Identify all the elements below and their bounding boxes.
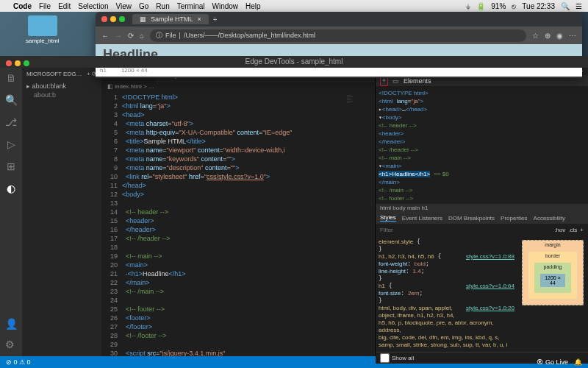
scm-icon[interactable]: ⎇ — [5, 116, 17, 128]
nav-fwd-icon[interactable]: → — [115, 32, 122, 40]
spotlight-icon[interactable]: 🔍 — [561, 2, 570, 10]
show-all-label: Show all — [392, 355, 414, 361]
win-close-icon[interactable] — [6, 60, 12, 66]
macos-menubar: Code File Edit Selection View Go Run Ter… — [0, 0, 588, 12]
tree-item[interactable]: about:b — [26, 91, 97, 99]
traffic-min-icon[interactable] — [110, 16, 116, 22]
extensions-icon[interactable]: ⊞ — [7, 160, 15, 172]
win-max-icon[interactable] — [24, 60, 29, 66]
devtools-tab-elements[interactable]: Elements — [404, 77, 431, 85]
styles-rules[interactable]: element.style {}style.css?v=1.0:88h1, h2… — [376, 236, 517, 352]
vscode-titlebar: Edge DevTools - sample_html — [0, 56, 588, 68]
desktop: sample_html ▦ Sample HTML × + ← → ⟳ ⌂ ⓘ … — [0, 12, 588, 56]
menu-icon[interactable]: ⋯ — [569, 32, 576, 40]
menu-window[interactable]: Window — [212, 2, 239, 10]
browser-tab[interactable]: ▦ Sample HTML × — [132, 14, 209, 24]
accessibility-tab[interactable]: Accessibility — [534, 215, 566, 222]
activity-bar: 🗎 🔍 ⎇ ▷ ⊞ ◐ 👤 ⚙ — [0, 68, 22, 356]
minimap[interactable]: ▬▬▬▬▬▬▬▬▬▬▬▬▬▬▬▬▬▬ — [345, 93, 375, 356]
show-all-checkbox[interactable] — [380, 353, 390, 363]
styles-tab[interactable]: Styles — [380, 214, 396, 222]
menu-help[interactable]: Help — [245, 2, 261, 10]
desktop-folder[interactable]: sample_html — [26, 15, 59, 44]
address-bar[interactable]: ⓘ File | /Users/——/Desktop/sample_html/i… — [150, 29, 526, 42]
url-scheme: File — [165, 32, 176, 39]
favorites-icon[interactable]: ☆ — [532, 32, 539, 40]
device-toolbar-icon[interactable]: ▭ — [392, 77, 399, 85]
new-tab-icon[interactable]: + — [213, 15, 218, 24]
notifications-icon[interactable]: 🔔 — [574, 358, 582, 366]
elements-breadcrumb[interactable]: html body main h1 — [376, 204, 588, 212]
menu-edit[interactable]: Edit — [58, 2, 71, 10]
explorer-icon[interactable]: 🗎 — [6, 72, 16, 84]
overlay-dims: 1200 × 44 — [121, 67, 148, 76]
gear-icon[interactable]: ⚙ — [5, 339, 18, 350]
browser-toolbar: ← → ⟳ ⌂ ⓘ File | /Users/——/Desktop/sampl… — [96, 26, 582, 44]
overlay-tag: h1 — [100, 67, 107, 76]
sidebar-tree: ▸ about:blank about:b — [22, 80, 101, 101]
controlcenter-icon[interactable]: ☰ — [576, 2, 582, 10]
window-title: Edge DevTools - sample_html — [245, 57, 343, 66]
nav-home-icon[interactable]: ⌂ — [140, 32, 144, 40]
box-content: 1200 × 44 — [540, 274, 565, 287]
box-model[interactable]: margin border padding 1200 × 44 — [517, 236, 588, 352]
browser-window: ▦ Sample HTML × + ← → ⟳ ⌂ ⓘ File | /User… — [96, 12, 582, 78]
styles-filter-input[interactable] — [380, 227, 551, 233]
battery-pct: 91% — [491, 2, 506, 10]
profile-icon[interactable]: ◉ — [556, 32, 563, 40]
folder-label: sample_html — [26, 38, 59, 44]
golive-button[interactable]: ⦿ Go Live — [537, 358, 568, 366]
status-problems[interactable]: ⊘ 0 ⚠ 0 — [6, 358, 31, 366]
inspect-overlay: h1 1200 × 44 — [96, 66, 582, 77]
menu-view[interactable]: View — [116, 2, 132, 10]
tab-favicon-icon: ▦ — [140, 15, 146, 23]
bluetooth-icon[interactable]: ⎋ — [512, 2, 516, 10]
hov-toggle[interactable]: :hov — [554, 227, 565, 233]
sidebar-title: MICROSOFT EDG… — [26, 71, 82, 77]
tab-close-icon[interactable]: × — [198, 15, 201, 23]
debug-icon[interactable]: ▷ — [7, 138, 15, 150]
browser-tabbar: ▦ Sample HTML × + — [96, 12, 582, 26]
menu-selection[interactable]: Selection — [78, 2, 108, 10]
nav-back-icon[interactable]: ← — [101, 32, 109, 40]
folder-icon — [28, 15, 57, 36]
sidebar-add-icon[interactable]: + — [87, 71, 90, 77]
edge-devtools-icon[interactable]: ◐ — [7, 183, 15, 194]
battery-icon[interactable]: 🔋 — [476, 2, 485, 10]
collections-icon[interactable]: ⊕ — [545, 32, 551, 40]
editor-group: ◧index.html #style.css ◧ index.html > … … — [101, 68, 375, 356]
traffic-close-icon[interactable] — [101, 16, 107, 22]
menu-run[interactable]: Run — [156, 2, 169, 10]
properties-tab[interactable]: Properties — [501, 215, 527, 222]
win-min-icon[interactable] — [15, 60, 21, 66]
menu-go[interactable]: Go — [139, 2, 148, 10]
traffic-max-icon[interactable] — [119, 16, 125, 22]
search-icon[interactable]: 🔍 — [5, 94, 18, 106]
devtools-panel: ▦ Edge DevTools × ▥ ⋯ ⌖ ▭ Elements <!DOC… — [375, 68, 588, 356]
elements-tree[interactable]: <!DOCTYPE html><html lang="ja"> ▸<head>…… — [376, 86, 588, 204]
menu-terminal[interactable]: Terminal — [177, 2, 205, 10]
code-editor[interactable]: 1234567891011121314151617181920212223242… — [101, 93, 375, 356]
url-path: /Users/——/Desktop/sample_html/index.html — [184, 32, 315, 39]
menu-file[interactable]: File — [39, 2, 51, 10]
account-icon[interactable]: 👤 — [5, 318, 18, 330]
new-rule-icon[interactable]: + — [580, 227, 584, 233]
wifi-icon[interactable]: ⏚ — [466, 2, 470, 10]
menu-app[interactable]: Code — [13, 2, 32, 10]
tree-item[interactable]: ▸ about:blank — [26, 82, 97, 91]
sidebar: MICROSOFT EDG… + ⟳ ▸ about:blank about:b — [22, 68, 101, 356]
file-badge-icon: ⓘ — [156, 31, 162, 40]
cls-toggle[interactable]: .cls — [568, 227, 577, 233]
clock: Tue 22:33 — [522, 2, 555, 10]
tab-title: Sample HTML — [151, 15, 193, 23]
nav-reload-icon[interactable]: ⟳ — [128, 32, 134, 40]
dom-breakpoints-tab[interactable]: DOM Breakpoints — [448, 215, 495, 222]
breadcrumb[interactable]: ◧ index.html > … — [101, 82, 375, 93]
event-listeners-tab[interactable]: Event Listeners — [402, 215, 442, 222]
